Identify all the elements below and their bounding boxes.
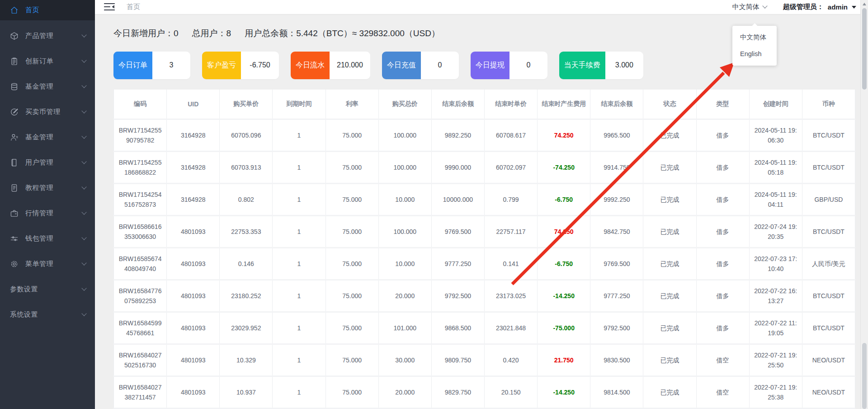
sidebar-item-菜单管理[interactable]: 菜单管理 [0,251,95,276]
table-cell: 9777.250 [590,280,643,312]
admin-username: admin [828,3,848,11]
table-cell: BTC/USDT [802,280,855,312]
table-cell: 9777.250 [431,248,484,280]
admin-user-menu[interactable]: 超级管理员： admin [783,3,856,11]
page-scrollbar[interactable] [860,0,868,409]
table-cell: NEO/USDT [802,376,855,409]
order-clipboard-icon [10,57,19,66]
table-cell: BRW16584027382711457 [114,376,167,409]
sidebar-item-钱包管理[interactable]: 钱包管理 [0,226,95,251]
stat-card-label: 今日提现 [471,52,509,79]
table-cell: 30.000 [378,344,431,376]
stat-card-今日提现: 今日提现0 [471,52,547,79]
fund-user-icon [10,133,19,142]
column-header: 类型 [696,90,749,119]
sidebar: 首页产品管理创新订单基金管理买卖币管理基金管理用户管理教程管理行情管理钱包管理菜… [0,0,95,409]
table-cell: 23021.848 [484,312,537,344]
table-row: BRW16586616353006630480109322753.353175.… [114,216,855,248]
language-dropdown: 中文简体English [732,26,777,66]
sidebar-item-参数设置[interactable]: 参数设置 [0,276,95,302]
stat-value: 0 [174,29,179,38]
table-cell: 已完成 [643,312,696,344]
sidebar-item-行情管理[interactable]: 行情管理 [0,200,95,226]
table-cell: 1 [273,184,326,216]
scrollbar-up-arrow-icon[interactable] [863,3,866,5]
table-cell: 60703.913 [220,152,273,184]
stat-value: 8 [226,29,231,38]
home-icon [10,6,19,14]
table-cell: 借多 [696,280,749,312]
chevron-down-icon [81,83,86,88]
chevron-down-icon [81,108,86,113]
table-cell: 已完成 [643,184,696,216]
table-cell: 1 [273,344,326,376]
stat-group: 用户总余额：5.442（BTC）≈ 329832.000（USD） [245,29,440,38]
sidebar-item-label: 基金管理 [25,133,82,142]
table-cell: 10.000 [378,248,431,280]
sidebar-item-教程管理[interactable]: 教程管理 [0,175,95,200]
sidebar-item-系统设置[interactable]: 系统设置 [0,302,95,327]
table-cell: 23029.952 [220,312,273,344]
table-cell: 75.000 [326,216,378,248]
table-cell: 9829.750 [431,376,484,409]
sidebar-item-label: 用户管理 [25,158,82,167]
table-cell: 60702.097 [484,152,537,184]
column-header: 到期时间 [273,90,326,119]
admin-role-label: 超级管理员： [783,3,824,11]
sidebar-item-label: 系统设置 [10,310,82,319]
sidebar-item-买卖币管理[interactable]: 买卖币管理 [0,99,95,124]
table-cell: 已完成 [643,344,696,376]
breadcrumb[interactable]: 首页 [127,3,140,11]
language-option-English[interactable]: English [732,46,777,62]
table-cell: 2022-07-22 16:13:27 [749,280,802,312]
stat-label: 今日新增用户： [113,29,174,38]
column-header: 创建时间 [749,90,802,119]
table-row: BRW16584776075892253480109323180.252175.… [114,280,855,312]
table-cell: 2022-07-24 19:20:35 [749,216,802,248]
tutorial-doc-icon [10,184,19,192]
sidebar-item-基金管理[interactable]: 基金管理 [0,74,95,99]
table-cell: 22753.353 [220,216,273,248]
language-option-中文简体[interactable]: 中文简体 [732,29,777,46]
stat-card-label: 客户盈亏 [202,52,241,79]
scrollbar-thumb-lower[interactable] [862,343,867,409]
sidebar-item-label: 菜单管理 [25,260,82,268]
language-selector[interactable]: 中文简体 [732,3,767,11]
column-header: 购买单价 [220,90,273,119]
stat-card-value: 0 [421,52,459,79]
menu-gear-icon [10,260,19,268]
table-cell: 4801093 [167,344,220,376]
sidebar-collapse-icon[interactable] [104,2,115,11]
table-cell: 10000.000 [431,184,484,216]
table-cell: 2024-05-11 19:04:11 [749,184,802,216]
admin-dashboard: 首页产品管理创新订单基金管理买卖币管理基金管理用户管理教程管理行情管理钱包管理菜… [0,0,868,409]
scrollbar-thumb[interactable] [862,8,867,90]
stat-value: 5.442（BTC）≈ 329832.000（USD） [296,29,440,38]
stat-card-value: 210.000 [330,52,370,79]
sidebar-item-label: 参数设置 [10,285,82,294]
table-cell: 75.000 [326,152,378,184]
table-cell: 1 [273,248,326,280]
table-cell: -6.750 [538,248,590,280]
sidebar-item-创新订单[interactable]: 创新订单 [0,48,95,74]
chevron-down-icon [81,57,86,62]
chevron-down-icon [81,159,86,164]
table-cell: 9892.250 [431,119,484,152]
column-header: 利率 [326,90,378,119]
table-cell: BRW16586616353006630 [114,216,167,248]
chevron-down-icon [81,311,86,316]
sidebar-item-产品管理[interactable]: 产品管理 [0,23,95,48]
sidebar-item-首页[interactable]: 首页 [0,0,95,20]
stat-card-label: 今日流水 [291,52,330,79]
stat-label: 用户总余额： [245,29,296,38]
table-cell: 22757.117 [484,216,537,248]
table-cell: BRW1658459945768661 [114,312,167,344]
stat-group: 今日新增用户：0 [113,29,179,38]
sidebar-item-用户管理[interactable]: 用户管理 [0,150,95,175]
table-cell: 借多 [696,248,749,280]
sidebar-item-基金管理[interactable]: 基金管理 [0,124,95,150]
table-cell: 2024-05-11 19:05:18 [749,152,802,184]
table-cell: 4801093 [167,312,220,344]
stat-card-当天手续费: 当天手续费3.000 [559,52,643,79]
table-cell: 0.420 [484,344,537,376]
